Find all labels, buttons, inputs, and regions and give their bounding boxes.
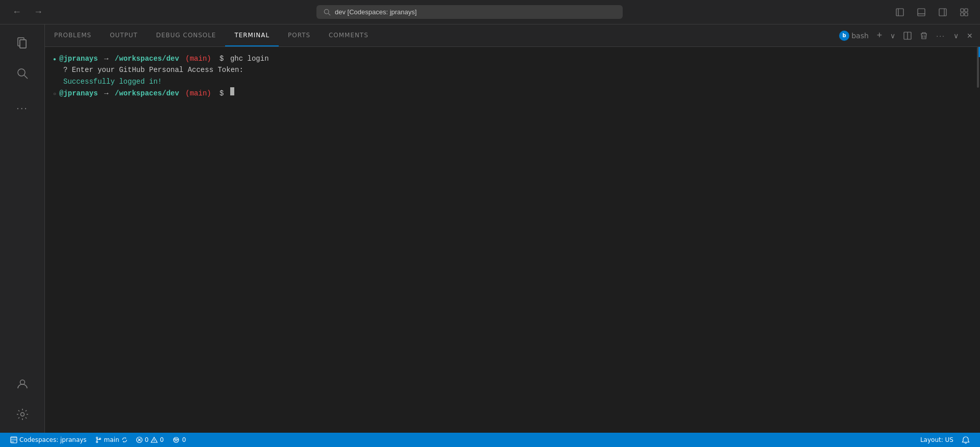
bash-label: bash — [851, 32, 869, 40]
branch-label: main — [104, 436, 119, 443]
svg-rect-2 — [896, 9, 903, 16]
title-bar: ← → — [0, 0, 980, 24]
warning-icon — [151, 436, 158, 443]
title-bar-nav: ← → — [8, 5, 47, 19]
collapse-panel-button[interactable]: ∨ — [950, 30, 962, 42]
status-bar-right: Layout: US — [916, 436, 974, 444]
new-terminal-button[interactable]: + — [874, 28, 886, 43]
scrollbar-track[interactable] — [975, 47, 979, 433]
warning-count: 0 — [160, 436, 164, 443]
term-cursor — [230, 87, 234, 95]
term-path-1: /workspaces/dev — [115, 53, 179, 64]
svg-rect-11 — [965, 13, 968, 16]
terminal-line-4: ○ @jpranays → /workspaces/dev (main) $ — [53, 87, 972, 99]
terminal-content[interactable]: ● @jpranays → /workspaces/dev (main) $ g… — [45, 47, 980, 433]
bash-terminal-tab[interactable]: b bash — [836, 29, 872, 43]
status-ports[interactable]: 0 — [168, 436, 190, 444]
forward-button[interactable]: → — [30, 5, 47, 19]
status-bar-center-left: main 0 0 — [91, 436, 190, 444]
launch-profile-button[interactable]: ∨ — [887, 30, 898, 42]
codespaces-label: Codespaces: jpranays — [19, 436, 87, 443]
split-icon — [903, 32, 912, 40]
tab-comments[interactable]: COMMENTS — [320, 24, 378, 46]
status-layout[interactable]: Layout: US — [916, 436, 958, 443]
term-user-2: @jpranays — [59, 88, 98, 99]
status-codespaces[interactable]: Codespaces: jpranays — [6, 436, 91, 443]
terminal-line-2: ? Enter your GitHub Personal Access Toke… — [63, 64, 972, 76]
back-button[interactable]: ← — [8, 5, 26, 19]
custom-layout-icon — [960, 8, 969, 17]
svg-line-16 — [24, 76, 28, 79]
terminal-line-1: ● @jpranays → /workspaces/dev (main) $ g… — [53, 53, 972, 64]
ports-icon — [172, 436, 180, 444]
secondary-layout-icon — [938, 8, 947, 17]
tab-output[interactable]: OUTPUT — [101, 24, 147, 46]
codespaces-icon — [10, 436, 17, 443]
sidebar-item-more[interactable]: ··· — [8, 94, 37, 122]
trash-icon — [920, 32, 928, 40]
svg-rect-10 — [961, 13, 964, 16]
search-icon — [324, 9, 331, 16]
title-bar-actions — [892, 5, 972, 19]
search-input[interactable] — [335, 8, 616, 16]
main-container: ··· PROBLEMS OUTPUT DEBUG CONSOLE TERMIN… — [0, 24, 980, 433]
svg-rect-4 — [918, 9, 925, 16]
layout-icon — [895, 8, 904, 17]
panel-tabs-actions: b bash + ∨ — [836, 28, 980, 43]
term-user-1: @jpranays — [59, 53, 98, 64]
tab-terminal[interactable]: TERMINAL — [225, 24, 279, 46]
port-count: 0 — [182, 436, 186, 443]
close-panel-button[interactable]: ✕ — [964, 30, 976, 42]
error-icon — [136, 436, 143, 443]
svg-point-29 — [154, 441, 155, 442]
term-prompt-2: $ — [215, 88, 228, 99]
status-errors[interactable]: 0 0 — [132, 436, 168, 443]
delete-terminal-button[interactable] — [917, 30, 931, 42]
tab-debug-console[interactable]: DEBUG CONSOLE — [147, 24, 226, 46]
status-bar-left: Codespaces: jpranays — [6, 436, 91, 443]
term-command-1: ghc login — [230, 53, 269, 64]
term-arrow-2: → — [100, 88, 113, 99]
sync-icon — [121, 437, 128, 443]
layout-label: Layout: US — [920, 436, 953, 443]
svg-point-23 — [96, 441, 97, 443]
term-prompt-1: $ — [215, 53, 228, 64]
branch-icon — [95, 436, 102, 443]
svg-point-15 — [18, 69, 25, 76]
sidebar-item-explorer[interactable] — [8, 29, 37, 57]
svg-line-1 — [328, 13, 330, 15]
tab-ports[interactable]: PORTS — [279, 24, 320, 46]
tab-problems[interactable]: PROBLEMS — [45, 24, 101, 46]
svg-rect-14 — [20, 40, 26, 48]
status-branch[interactable]: main — [91, 436, 132, 443]
error-count: 0 — [145, 436, 149, 443]
svg-point-30 — [174, 437, 179, 442]
search-bar[interactable] — [316, 5, 623, 19]
toggle-secondary-sidebar-button[interactable] — [935, 5, 950, 19]
term-success: Successfully logged in! — [63, 76, 162, 87]
toggle-panel-button[interactable] — [914, 5, 929, 19]
sidebar-item-account[interactable] — [8, 369, 37, 398]
term-arrow-1: → — [100, 53, 113, 64]
svg-rect-9 — [965, 9, 968, 12]
status-bar: Codespaces: jpranays main — [0, 433, 980, 447]
svg-rect-8 — [961, 9, 964, 12]
term-path-2: /workspaces/dev — [115, 88, 179, 99]
more-actions-button[interactable]: ··· — [933, 30, 948, 42]
svg-point-22 — [96, 437, 97, 439]
customize-layout-button[interactable] — [957, 5, 972, 19]
terminal-line-3: Successfully logged in! — [63, 76, 972, 87]
sidebar-item-settings[interactable] — [8, 400, 37, 429]
term-branch-1: (main) — [185, 53, 211, 64]
svg-point-17 — [20, 380, 24, 385]
toggle-primary-sidebar-button[interactable] — [892, 5, 908, 19]
svg-point-18 — [20, 413, 24, 416]
sidebar-item-search[interactable] — [8, 59, 37, 88]
split-terminal-button[interactable] — [900, 30, 915, 42]
term-branch-2: (main) — [185, 88, 211, 99]
panel-area: PROBLEMS OUTPUT DEBUG CONSOLE TERMINAL P… — [45, 24, 980, 433]
svg-point-0 — [324, 9, 329, 14]
svg-rect-6 — [939, 9, 946, 16]
bash-icon: b — [839, 31, 849, 41]
status-bell[interactable] — [958, 436, 974, 444]
